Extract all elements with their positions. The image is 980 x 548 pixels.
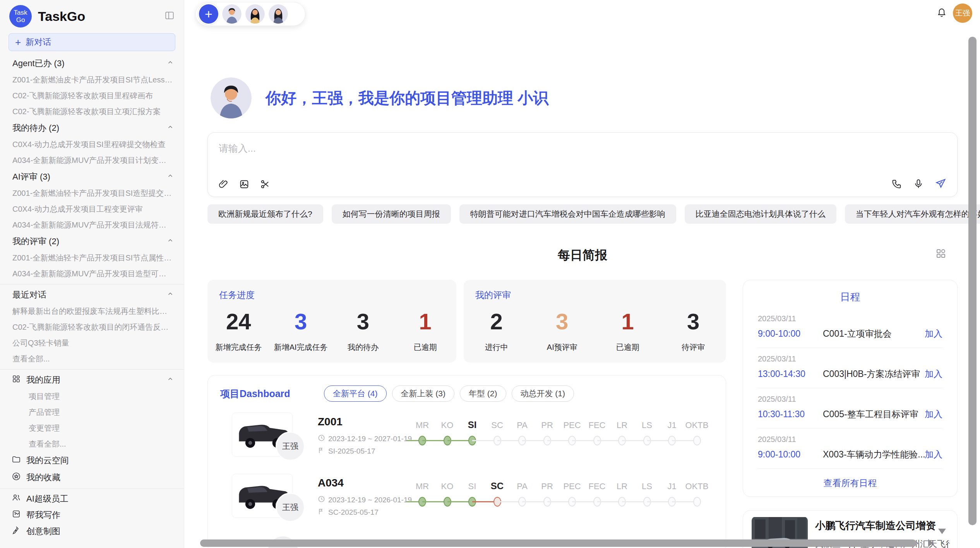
section-title: 最近对话 bbox=[12, 289, 46, 301]
suggestion-chip[interactable]: 特朗普可能对进口汽车增税会对中国车企造成哪些影响 bbox=[459, 204, 676, 224]
view-all-schedule-link[interactable]: 查看所有日程 bbox=[757, 477, 943, 489]
join-link[interactable]: 加入 bbox=[925, 408, 942, 420]
milestone-label: PEC bbox=[560, 420, 584, 430]
flag-icon bbox=[318, 508, 325, 517]
sidebar-item[interactable]: Z001-全新燃油轻卡产品开发项目SI节点属性5D文件评审 bbox=[0, 250, 184, 266]
stat: 3新增AI完成任务 bbox=[270, 302, 332, 359]
send-icon[interactable] bbox=[935, 178, 946, 190]
app-title: TaskGo bbox=[38, 9, 85, 24]
sidebar-item[interactable]: C02-飞腾新能源轻客改款项目里程碑画布 bbox=[0, 88, 184, 104]
join-link[interactable]: 加入 bbox=[925, 449, 942, 461]
apps-view-all[interactable]: 查看全部... bbox=[0, 436, 184, 452]
briefing-layout-icon[interactable] bbox=[935, 248, 947, 261]
sidebar-item[interactable]: C0X4-动力总成开发项目SI里程碑提交物检查 bbox=[0, 137, 184, 152]
sidebar-item-creative-draw[interactable]: 创意制图 bbox=[0, 523, 184, 539]
section-header-recent-chats[interactable]: 最近对话 bbox=[0, 286, 184, 303]
dashboard-title: 项目Dashboard bbox=[220, 387, 324, 400]
section-header-my-review[interactable]: 我的评审 (2) bbox=[0, 233, 184, 250]
scroll-down-arrow-icon[interactable] bbox=[938, 529, 946, 534]
greeting-block: 你好，王强，我是你的项目管理助理 小识 bbox=[211, 77, 548, 118]
contact-avatar[interactable] bbox=[269, 4, 288, 24]
microphone-icon[interactable] bbox=[913, 178, 924, 189]
recent-chat-item[interactable]: 公司Q3轻卡销量 bbox=[0, 335, 184, 351]
suggestion-chips: 欧洲新规最近颁布了什么? 如何写一份清晰的项目周报 特朗普可能对进口汽车增税会对… bbox=[207, 204, 958, 224]
add-contact-button[interactable]: + bbox=[199, 4, 218, 24]
project-row[interactable]: 王强 A034 2023-12-19 ~ 2026-01-19 SC-2025-… bbox=[208, 463, 726, 524]
sidebar: Task Go TaskGo + 新对话 Agent已办 (3) Z001-全新… bbox=[0, 0, 184, 548]
suggestion-chip[interactable]: 欧洲新规最近颁布了什么? bbox=[207, 204, 323, 224]
scroll-right-arrow-icon[interactable] bbox=[928, 539, 934, 547]
schedule-title: 日程 bbox=[757, 290, 943, 304]
join-link[interactable]: 加入 bbox=[925, 368, 942, 380]
stat-value: 3 bbox=[295, 308, 307, 334]
milestone-label: SC bbox=[485, 420, 510, 430]
sidebar-item[interactable]: A034-全新新能源MUV产品开发项目计划变更表编写 bbox=[0, 152, 184, 168]
user-avatar[interactable]: 王强 bbox=[953, 3, 972, 23]
apps-grid-icon bbox=[12, 374, 21, 386]
sidebar-item[interactable]: Z001-全新燃油皮卡产品开发项目SI节点Lesson Learn报告 bbox=[0, 72, 184, 88]
sidebar-item-help-write[interactable]: 帮我写作 bbox=[0, 507, 184, 523]
dashboard-tabs: 全新平台 (4) 全新上装 (3) 年型 (2) 动总开发 (1) bbox=[324, 385, 574, 402]
assistant-avatar bbox=[211, 77, 252, 118]
contact-avatar[interactable] bbox=[245, 4, 265, 24]
sidebar-item-ai-super-staff[interactable]: AI超级员工 bbox=[0, 491, 184, 507]
tab-powertrain[interactable]: 动总开发 (1) bbox=[512, 385, 574, 402]
sidebar-collapse-button[interactable] bbox=[164, 10, 175, 22]
stat: 3待评审 bbox=[661, 302, 726, 359]
milestone-label: MR bbox=[410, 420, 435, 430]
recent-view-all[interactable]: 查看全部... bbox=[0, 351, 184, 367]
chevron-up-icon bbox=[167, 58, 174, 68]
pen-nib-icon bbox=[12, 526, 21, 537]
schedule-row: 9:00-10:00 X003-车辆动力学性能验... 加入 bbox=[758, 449, 942, 461]
suggestion-chip[interactable]: 当下年轻人对汽车外观有怎样的喜好趋势 bbox=[845, 204, 980, 224]
attachment-icon[interactable] bbox=[218, 179, 229, 190]
schedule-date: 2025/03/11 bbox=[758, 395, 942, 404]
sidebar-item[interactable]: C0X4-动力总成开发项目工程变更评审 bbox=[0, 201, 184, 217]
sidebar-item-favorites[interactable]: 我的收藏 bbox=[0, 469, 184, 486]
recent-chat-item[interactable]: 解释最新出台的欧盟报废车法规再生塑料比例被调至15%... bbox=[0, 303, 184, 319]
stat-label: 新增完成任务 bbox=[215, 342, 262, 353]
sidebar-item-project-mgmt[interactable]: 项目管理 bbox=[0, 389, 184, 404]
quick-contacts-pill: + bbox=[195, 2, 305, 26]
sidebar-item-change-mgmt[interactable]: 变更管理 bbox=[0, 420, 184, 436]
contact-avatar[interactable] bbox=[222, 4, 242, 24]
sidebar-item-cloud-space[interactable]: 我的云空间 bbox=[0, 452, 184, 469]
composer-right-tools bbox=[891, 178, 946, 190]
milestone-label: KO bbox=[435, 420, 460, 430]
chat-input[interactable] bbox=[218, 141, 877, 168]
chevron-up-icon bbox=[167, 123, 174, 133]
tab-year-model[interactable]: 年型 (2) bbox=[460, 385, 506, 402]
join-link[interactable]: 加入 bbox=[925, 328, 942, 340]
horizontal-scrollbar[interactable] bbox=[200, 539, 917, 547]
sidebar-item[interactable]: A034-全新新能源MUV产品开发项目造型可行性评审 bbox=[0, 266, 184, 282]
greeting-text: 你好，王强，我是你的项目管理助理 小识 bbox=[266, 87, 548, 109]
logo-row: Task Go TaskGo bbox=[0, 4, 184, 29]
suggestion-chip[interactable]: 如何写一份清晰的项目周报 bbox=[332, 204, 451, 224]
sidebar-item-my-apps[interactable]: 我的应用 bbox=[0, 372, 184, 389]
tab-new-platform[interactable]: 全新平台 (4) bbox=[324, 385, 387, 402]
schedule-item: 2025/03/11 13:00-14:30 C003|H0B-方案冻结评审 加… bbox=[757, 348, 943, 388]
daily-briefing-title: 每日简报 bbox=[207, 247, 958, 264]
vertical-scrollbar[interactable] bbox=[968, 37, 977, 525]
chevron-up-icon bbox=[167, 375, 174, 385]
stat-row: 24新增完成任务 3新增AI完成任务 3我的待办 1已逾期 bbox=[207, 302, 456, 359]
tab-new-body[interactable]: 全新上装 (3) bbox=[392, 385, 455, 402]
recent-chat-item[interactable]: C02-飞腾新能源轻客改款项目的闭环通告反馈情况 bbox=[0, 319, 184, 335]
sidebar-item-product-mgmt[interactable]: 产品管理 bbox=[0, 404, 184, 420]
scissors-icon[interactable] bbox=[260, 179, 271, 190]
sidebar-item[interactable]: A034-全新新能源MUV产品开发项目法规符合性评审 bbox=[0, 217, 184, 233]
schedule-item: 2025/03/11 9:00-10:00 X003-车辆动力学性能验... 加… bbox=[757, 428, 943, 469]
section-header-agent-done[interactable]: Agent已办 (3) bbox=[0, 55, 184, 72]
phone-icon[interactable] bbox=[891, 178, 902, 189]
stat-label: 待评审 bbox=[682, 342, 705, 353]
new-chat-button[interactable]: + 新对话 bbox=[9, 33, 175, 51]
sidebar-item[interactable]: Z001-全新燃油轻卡产品开发项目SI造型提交物评审 bbox=[0, 185, 184, 201]
notification-bell-icon[interactable] bbox=[936, 7, 947, 20]
section-header-my-todo[interactable]: 我的待办 (2) bbox=[0, 120, 184, 137]
schedule-event-title: X003-车辆动力学性能验... bbox=[823, 449, 925, 461]
sidebar-item[interactable]: C02-飞腾新能源轻客改款项目立项汇报方案 bbox=[0, 104, 184, 120]
section-header-ai-review[interactable]: AI评审 (3) bbox=[0, 168, 184, 185]
suggestion-chip[interactable]: 比亚迪全固态电池计划具体说了什么 bbox=[685, 204, 836, 224]
image-icon[interactable] bbox=[239, 179, 250, 190]
project-row[interactable]: 王强 Z001 2023-12-19 ~ 2027-01-19 SI-2025-… bbox=[208, 402, 726, 463]
